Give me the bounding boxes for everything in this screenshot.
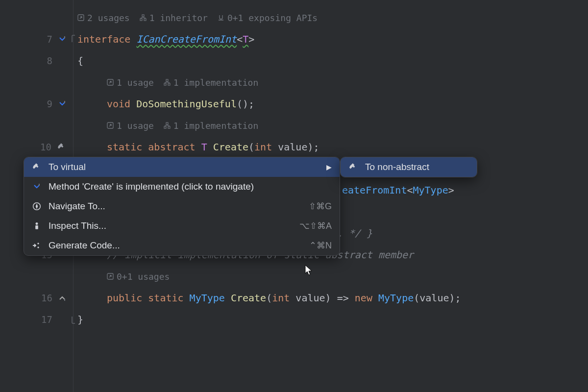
arrow-out-icon xyxy=(107,122,114,129)
hammer-icon[interactable] xyxy=(57,143,66,151)
context-submenu[interactable]: To non-abstract xyxy=(340,157,477,177)
gutter-line-10[interactable]: 10 xyxy=(0,136,73,158)
svg-rect-0 xyxy=(64,36,65,38)
type-param: T xyxy=(243,33,248,45)
line-number: 7 xyxy=(47,34,52,45)
hint-text: 1 inheritor xyxy=(149,13,208,23)
parameter: value xyxy=(278,141,307,153)
gutter-line-7[interactable]: 7 xyxy=(0,28,73,50)
svg-point-19 xyxy=(36,222,38,225)
inheritor-hint[interactable]: 1 inheritor xyxy=(140,13,208,23)
hierarchy-icon xyxy=(164,79,171,86)
svg-rect-11 xyxy=(168,83,170,85)
gutter-line-17[interactable]: 17 xyxy=(0,309,73,330)
method-name: Create xyxy=(231,292,266,304)
parameter: value xyxy=(295,292,325,304)
keyword: static xyxy=(107,141,142,153)
code-vision-hints[interactable]: 2 usages 1 inheritor 0+1 exposing APIs xyxy=(74,7,588,28)
keyword: interface xyxy=(77,33,130,45)
code-line[interactable]: interface ICanCreateFromInt<T> xyxy=(74,28,588,50)
code-line[interactable]: static abstract T Create(int value); xyxy=(74,136,588,158)
svg-rect-5 xyxy=(142,15,144,17)
fold-marker-icon[interactable] xyxy=(71,315,77,324)
code-line[interactable]: } xyxy=(74,309,588,330)
hint-text: 2 usages xyxy=(87,13,130,23)
hint-text: 1 usage xyxy=(117,77,154,88)
menu-label: Method 'Create' is implemented (click to… xyxy=(49,181,332,192)
menu-item-inspect[interactable]: Inspect This... ⌥⇧⌘A xyxy=(24,216,340,236)
menu-label: To virtual xyxy=(49,162,319,172)
gutter-line-9[interactable]: 9 xyxy=(0,93,73,115)
arrow-out-icon xyxy=(107,79,114,86)
implementation-hint[interactable]: 1 implementation xyxy=(164,121,258,131)
brace: } xyxy=(77,314,83,325)
keyword: int xyxy=(272,292,290,304)
arrow-out-icon xyxy=(77,14,84,21)
line-number: 9 xyxy=(47,98,52,109)
implementation-hint[interactable]: 1 implementation xyxy=(164,77,258,88)
code-vision-hints[interactable]: 1 usage 1 implementation xyxy=(74,72,588,93)
menu-label: Generate Code... xyxy=(49,240,302,251)
fold-marker-icon[interactable] xyxy=(71,34,77,44)
usages-hint[interactable]: 1 usage xyxy=(107,77,154,88)
menu-item-to-non-abstract[interactable]: To non-abstract xyxy=(341,157,477,177)
gutter-line-8[interactable]: 8 xyxy=(0,50,73,72)
menu-label: Inspect This... xyxy=(49,220,293,231)
context-menu[interactable]: To virtual ▶ Method 'Create' is implemen… xyxy=(24,157,340,256)
svg-rect-6 xyxy=(140,19,142,21)
arrow: => xyxy=(337,292,349,304)
keyword: public xyxy=(107,292,142,304)
code-vision-hints[interactable]: 1 usage 1 implementation xyxy=(74,115,588,136)
keyword: abstract xyxy=(148,141,195,153)
hint-text: 1 implementation xyxy=(173,77,258,88)
code-line[interactable]: void DoSomethingUseful(); xyxy=(74,93,588,115)
hint-text: 0+1 exposing APIs xyxy=(227,13,318,23)
type-name: ICanCreateFromInt xyxy=(136,33,237,45)
hierarchy-icon xyxy=(140,14,147,21)
menu-item-generate[interactable]: Generate Code... ⌃⌘N xyxy=(24,236,340,255)
svg-rect-10 xyxy=(164,83,166,85)
code-vision-hints[interactable]: 0+1 usages xyxy=(74,266,588,287)
line-number: 16 xyxy=(41,293,52,303)
svg-rect-17 xyxy=(39,184,40,186)
usages-hint[interactable]: 0+1 usages xyxy=(107,271,170,282)
hammer-icon xyxy=(348,162,358,172)
keyword: static xyxy=(148,292,183,304)
hint-text: 1 usage xyxy=(117,121,154,131)
implemented-down-icon xyxy=(32,182,42,192)
line-number: 8 xyxy=(47,55,52,66)
code-line[interactable]: public static MyType Create(int value) =… xyxy=(74,287,588,309)
parameter: value xyxy=(419,292,449,304)
implemented-down-icon[interactable] xyxy=(58,100,66,108)
code-line[interactable]: { xyxy=(74,50,588,72)
keyword: void xyxy=(107,98,130,110)
exposing-hint[interactable]: 0+1 exposing APIs xyxy=(218,13,318,23)
hint-text: 1 implementation xyxy=(173,121,258,131)
overrides-up-icon[interactable] xyxy=(58,294,66,302)
menu-item-implemented[interactable]: Method 'Create' is implemented (click to… xyxy=(24,177,340,196)
gutter-line-16[interactable]: 16 xyxy=(0,287,73,309)
svg-rect-14 xyxy=(164,126,166,128)
svg-rect-9 xyxy=(166,79,168,81)
usages-hint[interactable]: 1 usage xyxy=(107,121,154,131)
arrow-out-icon xyxy=(107,273,114,280)
submenu-arrow-icon: ▶ xyxy=(326,163,332,171)
type-name: MyType xyxy=(190,292,225,304)
svg-rect-20 xyxy=(35,225,38,229)
line-number: 17 xyxy=(41,314,52,325)
keyword: int xyxy=(254,141,272,153)
svg-rect-1 xyxy=(64,101,65,103)
menu-shortcut: ⌥⇧⌘A xyxy=(299,220,332,231)
type-name: MyType xyxy=(378,292,414,304)
implemented-down-icon[interactable] xyxy=(58,35,66,43)
gutter-hints-spacer xyxy=(0,115,73,136)
menu-label: To non-abstract xyxy=(365,162,469,172)
generate-icon xyxy=(32,241,42,250)
svg-rect-3 xyxy=(64,299,65,301)
type-param: T xyxy=(201,141,207,153)
gutter-hints-spacer xyxy=(0,7,73,28)
usages-hint[interactable]: 2 usages xyxy=(77,13,130,23)
menu-item-to-virtual[interactable]: To virtual ▶ xyxy=(24,157,340,177)
menu-item-navigate[interactable]: Navigate To... ⇧⌘G xyxy=(24,196,340,216)
gutter-hints-spacer xyxy=(0,266,73,287)
